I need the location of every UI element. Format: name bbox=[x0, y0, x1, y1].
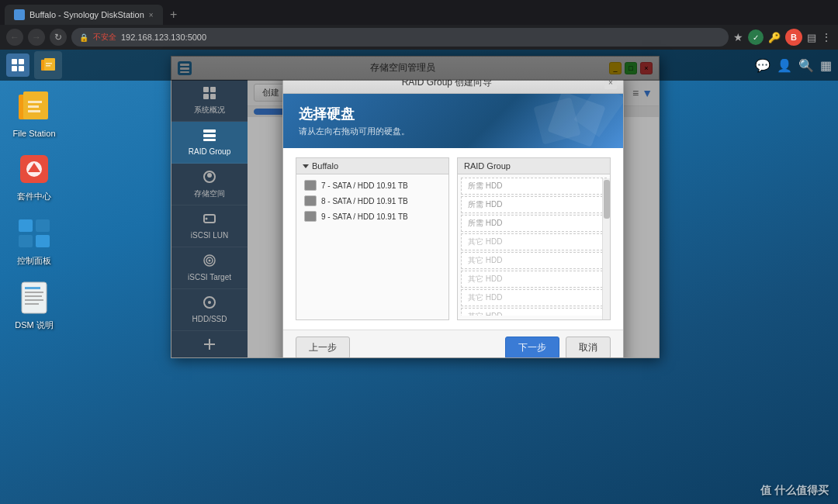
next-btn[interactable]: 下一步 bbox=[505, 337, 559, 357]
slot-2-label: 所需 HDD bbox=[468, 199, 502, 210]
dsm-help-label: DSM 说明 bbox=[15, 319, 54, 331]
iscsi-target-icon bbox=[203, 254, 216, 271]
syno-logo[interactable] bbox=[6, 54, 29, 77]
hdd-ssd-icon bbox=[203, 295, 216, 312]
svg-rect-12 bbox=[28, 110, 40, 112]
widgets-icon[interactable]: ▦ bbox=[820, 58, 832, 73]
sidebar-item-hot-spare[interactable]: Hot Spare bbox=[171, 331, 248, 357]
browser-tabs-row: Buffalo - Synology DiskStation × + bbox=[0, 0, 838, 25]
back-btn[interactable]: ← bbox=[6, 29, 23, 46]
chat-icon[interactable]: 💬 bbox=[755, 58, 770, 73]
overview-svg-icon bbox=[203, 86, 216, 100]
address-bar[interactable]: 🔒 不安全 192.168.123.130:5000 bbox=[71, 28, 729, 47]
sidebar-item-iscsi-target[interactable]: iSCSI Target bbox=[171, 247, 248, 289]
svg-rect-24 bbox=[25, 299, 43, 301]
svg-point-39 bbox=[206, 218, 208, 220]
wizard-close-btn[interactable]: × bbox=[604, 80, 617, 89]
iscsi-target-svg-icon bbox=[203, 254, 216, 268]
control-panel-label: 控制面板 bbox=[17, 255, 51, 267]
lock-icon: 🔒 bbox=[79, 33, 88, 42]
raid-group-icon bbox=[203, 128, 216, 145]
dsm-help-desktop-icon bbox=[16, 279, 53, 316]
raid-slot-2[interactable]: 所需 HDD bbox=[461, 196, 607, 213]
filestation-desktop-icon bbox=[16, 88, 53, 126]
disk-9-icon bbox=[304, 211, 317, 222]
browser-active-tab[interactable]: Buffalo - Synology DiskStation × bbox=[5, 5, 163, 25]
password-btn[interactable]: 🔑 bbox=[768, 32, 781, 43]
slot-8-label: 其它 HDD bbox=[468, 311, 502, 316]
svg-rect-30 bbox=[210, 87, 216, 92]
svg-rect-29 bbox=[203, 87, 209, 92]
browser-nav-row: ← → ↻ 🔒 不安全 192.168.123.130:5000 ★ ✓ 🔑 B… bbox=[0, 25, 838, 50]
raid-slot-3[interactable]: 所需 HDD bbox=[461, 215, 607, 232]
app-sidebar: 系统概况 RAID Group bbox=[171, 80, 248, 357]
tab-close-btn[interactable]: × bbox=[149, 11, 154, 19]
forward-btn[interactable]: → bbox=[28, 29, 45, 46]
sidebar-item-hdd-ssd[interactable]: HDD/SSD bbox=[171, 289, 248, 331]
svg-rect-5 bbox=[44, 58, 55, 71]
storage-space-svg-icon bbox=[203, 170, 216, 184]
sidebar-storage-label: 存储空间 bbox=[194, 189, 225, 198]
package-center-desktop-icon bbox=[16, 150, 53, 188]
svg-point-44 bbox=[208, 301, 211, 304]
svg-rect-18 bbox=[19, 235, 33, 247]
svg-rect-6 bbox=[46, 63, 52, 64]
app-body: 系统概况 RAID Group bbox=[171, 80, 659, 357]
bookmark-btn[interactable]: ★ bbox=[733, 31, 743, 43]
raid-slot-7[interactable]: 其它 HDD bbox=[461, 289, 607, 306]
raid-slot-6[interactable]: 其它 HDD bbox=[461, 271, 607, 288]
raid-slot-8[interactable]: 其它 HDD bbox=[461, 308, 607, 316]
desktop-icon-control-panel[interactable]: 控制面板 bbox=[8, 215, 61, 267]
search-icon[interactable]: 🔍 bbox=[798, 58, 814, 73]
sidebar-item-iscsi-lun[interactable]: iSCSI LUN bbox=[171, 205, 248, 247]
desktop-icon-dsm-help[interactable]: DSM 说明 bbox=[8, 279, 61, 331]
svg-rect-3 bbox=[19, 66, 24, 71]
sidebar-iscsi-lun-label: iSCSI LUN bbox=[191, 231, 228, 240]
syno-filestation-taskbar-btn[interactable] bbox=[34, 51, 62, 79]
svg-rect-10 bbox=[28, 101, 42, 103]
sidebar-iscsi-target-label: iSCSI Target bbox=[188, 273, 231, 282]
syno-taskbar-right: 💬 👤 🔍 ▦ bbox=[755, 58, 832, 73]
sidebar-item-raid-group[interactable]: RAID Group bbox=[171, 122, 248, 164]
right-panel-title: RAID Group bbox=[464, 161, 511, 171]
left-panel-title: Buffalo bbox=[312, 161, 338, 171]
svg-rect-33 bbox=[203, 129, 216, 133]
sidebar-item-storage[interactable]: 存储空间 bbox=[171, 164, 248, 205]
raid-slots-list[interactable]: 所需 HDD 所需 HDD 所需 HDD bbox=[458, 174, 610, 316]
desktop-icon-filestation[interactable]: File Station bbox=[8, 88, 61, 138]
extensions-btn[interactable]: ▤ bbox=[807, 32, 816, 43]
raid-slot-1[interactable]: 所需 HDD bbox=[461, 178, 607, 195]
disk-8-label: 8 - SATA / HDD 10.91 TB bbox=[321, 197, 408, 205]
cancel-btn[interactable]: 取消 bbox=[566, 337, 611, 357]
left-panel-arrow bbox=[303, 164, 309, 168]
svg-rect-19 bbox=[36, 235, 50, 247]
sidebar-item-overview[interactable]: 系统概况 bbox=[171, 80, 248, 122]
disk-panels: Buffalo 7 - SATA / HDD 10.91 TB bbox=[296, 157, 611, 320]
back-btn[interactable]: 上一步 bbox=[296, 337, 350, 357]
banner-title: 选择硬盘 bbox=[299, 105, 410, 123]
wizard-banner: 选择硬盘 请从左向右拖动可用的硬盘。 bbox=[283, 94, 623, 148]
disk-list[interactable]: 7 - SATA / HDD 10.91 TB 8 - SATA / HDD 1… bbox=[296, 174, 448, 316]
url-text: 192.168.123.130:5000 bbox=[121, 33, 206, 42]
disk-item-9[interactable]: 9 - SATA / HDD 10.91 TB bbox=[300, 209, 445, 224]
disk-item-7[interactable]: 7 - SATA / HDD 10.91 TB bbox=[300, 178, 445, 193]
shield-icon: ✓ bbox=[748, 29, 764, 45]
new-tab-btn[interactable]: + bbox=[163, 5, 185, 25]
raid-slot-4[interactable]: 其它 HDD bbox=[461, 233, 607, 250]
user-icon[interactable]: 👤 bbox=[777, 58, 792, 73]
user-avatar[interactable]: B bbox=[785, 29, 802, 46]
right-disk-panel: RAID Group 所需 HDD 所需 HDD bbox=[457, 157, 611, 320]
refresh-btn[interactable]: ↻ bbox=[50, 29, 67, 46]
desktop-icon-package-center[interactable]: 套件中心 bbox=[8, 150, 61, 202]
scrollbar[interactable] bbox=[602, 178, 610, 319]
sidebar-raid-label: RAID Group bbox=[189, 147, 230, 157]
raid-slot-5[interactable]: 其它 HDD bbox=[461, 252, 607, 269]
syno-taskbar: 💬 👤 🔍 ▦ bbox=[0, 50, 838, 81]
disk-item-8[interactable]: 8 - SATA / HDD 10.91 TB bbox=[300, 193, 445, 209]
wizard-footer-right: 下一步 取消 bbox=[505, 337, 611, 357]
svg-point-37 bbox=[207, 173, 212, 178]
menu-btn[interactable]: ⋮ bbox=[821, 31, 832, 43]
browser-chrome: Buffalo - Synology DiskStation × + ← → ↻… bbox=[0, 0, 838, 50]
filestation-label: File Station bbox=[12, 129, 55, 138]
svg-rect-0 bbox=[12, 59, 17, 64]
